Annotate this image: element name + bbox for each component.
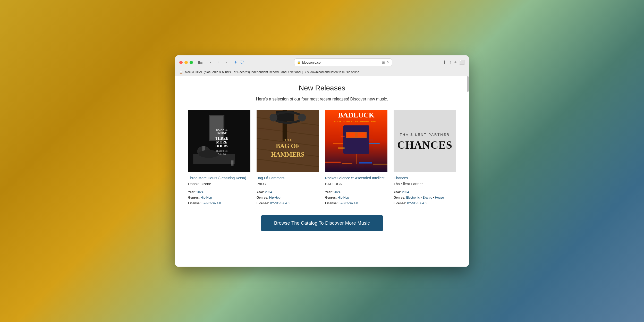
release-title-4[interactable]: Chances: [394, 176, 456, 181]
url-bar-section: 🔒 blocsonic.com ⊞ ↻: [249, 58, 437, 66]
release-card-1: DONNIE OZONE THREE MORE HOURS FEATURING …: [188, 110, 250, 206]
sidebar-toggle-button[interactable]: [197, 59, 204, 66]
genre-link-2[interactable]: Hip-Hop: [269, 196, 281, 199]
svg-rect-3: [200, 63, 202, 64]
release-meta-3: Year: 2024 Genres: Hip-Hop License: BY-N…: [325, 190, 387, 206]
svg-text:THREE: THREE: [215, 136, 228, 140]
license-link-4[interactable]: BY-NC-SA 4.0: [407, 201, 427, 205]
release-artist-4: Tha Silent Partner: [394, 182, 456, 186]
forward-button[interactable]: ›: [223, 60, 229, 65]
svg-text:POT-C: POT-C: [283, 138, 292, 141]
genre-link-3[interactable]: Hip-Hop: [338, 196, 349, 199]
release-meta-1: Year: 2024 Genres: Hip-Hop License: BY-N…: [188, 190, 250, 206]
svg-rect-39: [358, 133, 365, 137]
genre-link-1[interactable]: Hip-Hop: [201, 196, 212, 199]
page-content: New Releases Here's a selection of our f…: [175, 76, 469, 267]
svg-text:KETSA: KETSA: [218, 152, 226, 155]
svg-rect-50: [359, 162, 372, 164]
download-icon[interactable]: ⬇: [443, 60, 446, 65]
share-icon[interactable]: ↑: [449, 60, 451, 65]
browser-right-buttons: ⬇ ↑ + ⬜: [443, 60, 465, 65]
minimize-button[interactable]: [184, 61, 188, 64]
genre-link-4b[interactable]: Electro: [422, 196, 432, 199]
album-cover-chances[interactable]: THA SILENT PARTNER CHANCES: [394, 110, 456, 172]
svg-rect-48: [325, 162, 341, 163]
album-cover-rocket-science[interactable]: BADLUCK ROCKET SCIENCE 5: ASCENDED INTEL…: [325, 110, 387, 172]
browse-button-container: Browse The Catalog To Discover More Musi…: [188, 215, 456, 231]
extension-icon-2[interactable]: 🛡: [240, 60, 244, 65]
url-bar[interactable]: 🔒 blocsonic.com ⊞ ↻: [294, 58, 392, 66]
release-meta-2: Year: 2024 Genres: Hip-Hop License: BY-N…: [257, 190, 319, 206]
release-title-3[interactable]: Rocket Science 5: Ascended Intellect: [325, 176, 387, 181]
svg-rect-51: [373, 164, 387, 165]
svg-point-31: [298, 114, 306, 121]
svg-rect-38: [347, 133, 355, 137]
sidebar-dropdown-button[interactable]: ▾: [207, 59, 214, 66]
releases-grid: DONNIE OZONE THREE MORE HOURS FEATURING …: [188, 110, 456, 206]
svg-text:THA SILENT PARTNER: THA SILENT PARTNER: [400, 133, 450, 137]
svg-rect-1: [200, 61, 202, 61]
year-link-1[interactable]: 2024: [197, 190, 204, 194]
svg-rect-43: [341, 136, 345, 137]
svg-point-30: [269, 114, 277, 121]
traffic-lights: [179, 61, 193, 64]
tab-favicon: 📋: [179, 71, 183, 74]
year-link-3[interactable]: 2024: [334, 190, 341, 194]
license-link-2[interactable]: BY-NC-SA 4.0: [270, 201, 290, 205]
year-link-2[interactable]: 2024: [265, 190, 272, 194]
svg-text:MORE: MORE: [216, 140, 227, 144]
svg-rect-2: [200, 62, 202, 63]
page-title: New Releases: [188, 84, 456, 92]
svg-rect-44: [368, 140, 373, 140]
release-title-1[interactable]: Three More Hours (Featuring Ketsa): [188, 176, 250, 181]
genre-link-4c[interactable]: House: [435, 196, 444, 199]
lock-icon: 🔒: [297, 61, 301, 64]
reload-icon[interactable]: ↻: [386, 61, 389, 64]
svg-text:DONNIE: DONNIE: [216, 128, 227, 131]
album-cover-bag-of-hammers[interactable]: POT-C BAG OF HAMMERS: [257, 110, 319, 172]
svg-rect-19: [231, 160, 233, 166]
scrollbar[interactable]: [467, 76, 469, 92]
license-link-1[interactable]: BY-NC-SA 4.0: [201, 201, 221, 205]
release-meta-4: Year: 2024 Genres: Electronic • Electro …: [394, 190, 456, 206]
svg-rect-0: [198, 61, 200, 64]
release-artist-3: BADLUCK: [325, 182, 387, 186]
close-button[interactable]: [179, 61, 183, 64]
svg-text:BADLUCK: BADLUCK: [338, 111, 374, 119]
browse-catalog-button[interactable]: Browse The Catalog To Discover More Musi…: [261, 215, 383, 231]
album-cover-three-more-hours[interactable]: DONNIE OZONE THREE MORE HOURS FEATURING …: [188, 110, 250, 172]
svg-rect-36: [343, 125, 369, 154]
genre-link-4a[interactable]: Electronic: [406, 196, 420, 199]
release-card-3: BADLUCK ROCKET SCIENCE 5: ASCENDED INTEL…: [325, 110, 387, 206]
svg-rect-45: [338, 147, 344, 149]
page-subtitle: Here's a selection of our four most rece…: [188, 97, 456, 101]
release-card-2: POT-C BAG OF HAMMERS Bag Of Hammers Pot-…: [257, 110, 319, 206]
svg-text:BAG OF: BAG OF: [276, 142, 300, 149]
license-link-3[interactable]: BY-NC-SA 4.0: [338, 201, 358, 205]
svg-text:HOURS: HOURS: [215, 144, 228, 148]
svg-text:FEATURING: FEATURING: [216, 150, 228, 152]
svg-text:OZONE: OZONE: [217, 131, 227, 134]
browser-chrome: ▾ ‹ › ✦ 🛡 🔒 blocsonic.com ⊞ ↻: [175, 55, 469, 76]
browser-window: ▾ ‹ › ✦ 🛡 🔒 blocsonic.com ⊞ ↻: [175, 55, 469, 267]
translate-icon[interactable]: ⊞: [382, 61, 385, 64]
svg-text:HAMMERS: HAMMERS: [271, 151, 304, 158]
back-button[interactable]: ‹: [216, 60, 221, 65]
svg-rect-49: [342, 163, 352, 164]
maximize-button[interactable]: [190, 61, 193, 64]
year-link-4[interactable]: 2024: [402, 190, 409, 194]
url-text: blocsonic.com: [302, 61, 323, 64]
tabs-overview-icon[interactable]: ⬜: [459, 60, 465, 65]
release-card-4: THA SILENT PARTNER CHANCES Chances Tha S…: [394, 110, 456, 206]
active-tab-label[interactable]: blocGLOBAL (blocSonic & Mind's Ear Recor…: [185, 70, 359, 74]
release-artist-2: Pot-C: [257, 182, 319, 186]
svg-text:ROCKET SCIENCE 5: ASCENDED INT: ROCKET SCIENCE 5: ASCENDED INTELLECT: [334, 120, 379, 123]
release-artist-1: Donnie Ozone: [188, 182, 250, 186]
new-tab-icon[interactable]: +: [454, 60, 457, 65]
tab-bar: 📋 blocGLOBAL (blocSonic & Mind's Ear Rec…: [175, 69, 469, 76]
release-title-2[interactable]: Bag Of Hammers: [257, 176, 319, 181]
svg-text:CHANCES: CHANCES: [397, 139, 452, 151]
extension-icon-1[interactable]: ✦: [234, 60, 238, 65]
